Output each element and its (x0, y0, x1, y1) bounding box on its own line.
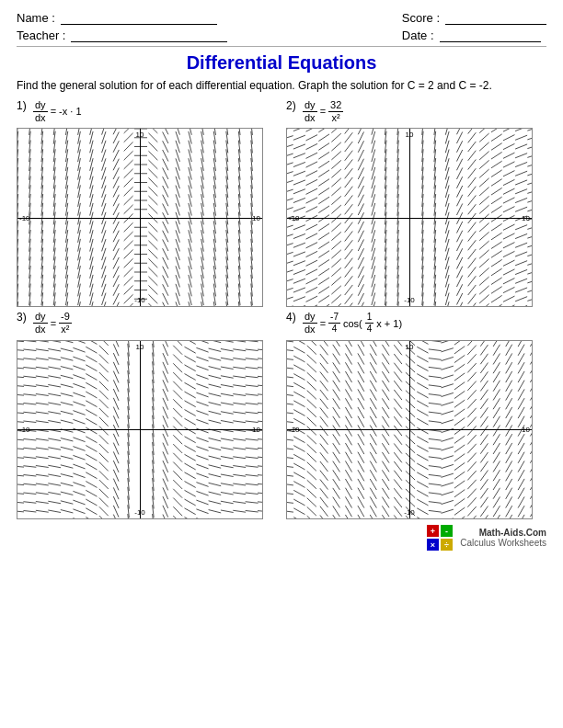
right-label-2: 10 (522, 213, 530, 222)
instructions: Find the general solution for of each di… (17, 78, 546, 94)
footer-brand-line2: Calculus Worksheets (460, 538, 546, 548)
teacher-field: Teacher : (17, 28, 227, 42)
footer: + - × ÷ Math-Aids.Com Calculus Worksheet… (17, 523, 546, 551)
problem-1-num: 1) (17, 99, 29, 112)
bot-label-2: -10 (404, 296, 415, 304)
top-label-2: 10 (406, 131, 414, 139)
right-label-1: 10 (252, 213, 260, 222)
v-axis-2 (409, 129, 410, 306)
svg-text:÷: ÷ (444, 540, 449, 550)
score-label: Score : (402, 11, 440, 25)
bot-label-1: -10 (134, 296, 145, 304)
left-label-1: -10 (19, 213, 30, 222)
problem-2-graph: 10 -10 -10 10 (286, 128, 533, 307)
bot-label-3: -10 (134, 508, 145, 517)
footer-brand-line1: Math-Aids.Com (460, 528, 546, 538)
right-label-3: 10 (252, 426, 260, 434)
v-axis-1 (140, 129, 141, 306)
problem-3-graph: 10 -10 -10 10 (17, 340, 263, 519)
problem-3-equation: dydx = -9x² (33, 311, 72, 336)
problem-1-graph: 10 -10 -10 10 (17, 128, 263, 307)
score-field: Score : (402, 11, 546, 25)
date-field: Date : (402, 28, 546, 42)
header: Name : Teacher : Score : Date : (17, 11, 546, 42)
math-aids-icon: + - × ÷ (427, 525, 453, 551)
problem-3-num: 3) (17, 311, 29, 324)
top-label-1: 10 (136, 131, 144, 139)
problem-2-num: 2) (286, 99, 299, 112)
problem-4: 4) dydx = -74 cos( 14 x + 1) 10 -10 -10 … (286, 311, 546, 518)
problem-4-label: 4) dydx = -74 cos( 14 x + 1) (286, 311, 546, 336)
problem-1: 1) dydx = -x · 1 10 -10 -10 10 (17, 99, 277, 307)
problem-4-num: 4) (286, 311, 299, 324)
top-label-4: 10 (406, 343, 414, 351)
name-underline (61, 12, 217, 25)
name-field: Name : (17, 11, 227, 25)
header-left: Name : Teacher : (17, 11, 227, 42)
problem-2-label: 2) dydx = 32x² (286, 99, 546, 124)
date-underline (440, 29, 541, 42)
right-label-4: 10 (522, 426, 530, 434)
problem-1-label: 1) dydx = -x · 1 (17, 99, 277, 124)
teacher-underline (71, 29, 227, 42)
svg-text:×: × (431, 540, 435, 550)
left-label-2: -10 (289, 213, 300, 222)
teacher-label: Teacher : (17, 28, 65, 42)
name-label: Name : (17, 11, 55, 25)
svg-text:+: + (431, 527, 435, 536)
problem-4-graph: 10 -10 -10 10 (286, 340, 533, 519)
page-title: Differential Equations (17, 52, 546, 74)
problem-3-label: 3) dydx = -9x² (17, 311, 277, 336)
problem-2-equation: dydx = 32x² (303, 99, 343, 124)
score-underline (445, 12, 546, 25)
problems-grid: 1) dydx = -x · 1 10 -10 -10 10 2) dydx =… (17, 99, 546, 519)
problem-2: 2) dydx = 32x² 10 -10 -10 10 (286, 99, 546, 307)
date-label: Date : (402, 28, 434, 42)
left-label-4: -10 (289, 426, 300, 434)
footer-brand: Math-Aids.Com Calculus Worksheets (460, 528, 546, 548)
left-label-3: -10 (19, 426, 30, 434)
v-axis-3 (140, 341, 141, 518)
v-axis-4 (409, 341, 410, 518)
bot-label-4: -10 (404, 508, 415, 517)
top-label-3: 10 (136, 343, 144, 351)
problem-1-equation: dydx = -x · 1 (33, 99, 82, 124)
problem-3: 3) dydx = -9x² 10 -10 -10 10 (17, 311, 277, 518)
svg-text:-: - (445, 527, 448, 536)
problem-4-equation: dydx = -74 cos( 14 x + 1) (303, 311, 402, 336)
header-right: Score : Date : (402, 11, 546, 42)
